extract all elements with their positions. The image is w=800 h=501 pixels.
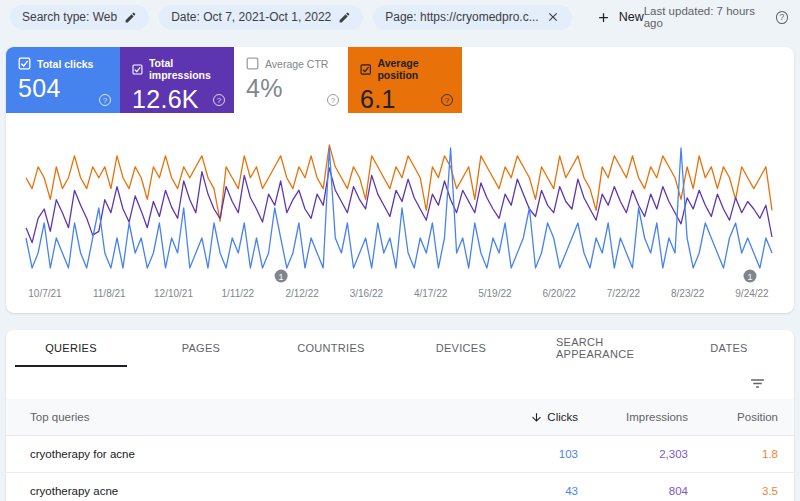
filter-chip-page[interactable]: Page: https://cryomedpro.c...	[373, 5, 571, 30]
filter-list-icon[interactable]	[749, 375, 766, 392]
performance-card: Total clicks 504 ? Total impressions 12.…	[6, 47, 794, 313]
chip-label: Search type: Web	[22, 10, 117, 24]
metric-tiles: Total clicks 504 ? Total impressions 12.…	[6, 47, 794, 113]
tile-value: 504	[18, 74, 110, 103]
tile-value: 12.6K	[132, 85, 224, 114]
new-filter-button[interactable]: New	[596, 10, 644, 25]
new-filter-label: New	[619, 10, 644, 24]
close-icon[interactable]	[546, 10, 560, 24]
x-axis-tick-label: 8/23/22	[671, 288, 705, 299]
x-axis-tick-label: 10/7/21	[28, 288, 62, 299]
table-toolbar	[6, 367, 794, 399]
table-row[interactable]: cryotherapy for acne 103 2,303 1.8	[6, 436, 794, 473]
dimension-tabs: QUERIES PAGES COUNTRIES DEVICES SEARCH A…	[6, 330, 794, 367]
filter-chip-date[interactable]: Date: Oct 7, 2021-Oct 1, 2022	[159, 5, 363, 30]
edit-icon	[124, 11, 137, 24]
performance-chart[interactable]: 1110/7/2111/8/2112/10/211/11/222/12/223/…	[6, 113, 794, 313]
chip-label: Page: https://cryomedpro.c...	[385, 10, 538, 24]
impressions-cell: 804	[578, 485, 688, 497]
query-cell[interactable]: cryotherapy for acne	[30, 448, 428, 460]
impressions-cell: 2,303	[578, 448, 688, 460]
tab-queries[interactable]: QUERIES	[6, 330, 136, 367]
chart-line-total-impressions	[26, 168, 772, 243]
position-cell: 3.5	[688, 485, 778, 497]
tile-label: Total impressions	[149, 57, 224, 81]
tab-countries[interactable]: COUNTRIES	[266, 330, 396, 367]
clicks-cell: 43	[428, 485, 578, 497]
tab-search-appearance[interactable]: SEARCH APPEARANCE	[526, 330, 664, 367]
metric-tile-total-impressions[interactable]: Total impressions 12.6K ?	[120, 47, 234, 113]
chart-annotation-label: 1	[747, 272, 752, 282]
help-icon[interactable]: ?	[327, 94, 339, 106]
search-console-performance-page: Search type: Web Date: Oct 7, 2021-Oct 1…	[0, 0, 800, 501]
clicks-cell: 103	[428, 448, 578, 460]
tile-value: 6.1	[360, 85, 452, 114]
chip-label: Date: Oct 7, 2021-Oct 1, 2022	[171, 10, 331, 24]
filter-chip-search-type[interactable]: Search type: Web	[10, 5, 149, 30]
tab-dates[interactable]: DATES	[664, 330, 794, 367]
sort-descending-icon	[530, 411, 543, 424]
tile-value: 4%	[246, 74, 338, 103]
metric-tile-average-ctr[interactable]: Average CTR 4% ?	[234, 47, 348, 113]
checkbox-unchecked-icon[interactable]	[246, 57, 259, 70]
table-header-row: Top queries Clicks Impressions Position	[6, 399, 794, 436]
x-axis-tick-label: 11/8/21	[93, 288, 126, 299]
x-axis-tick-label: 9/24/22	[735, 288, 769, 299]
help-icon[interactable]: ?	[776, 11, 788, 24]
chart-line-average-position	[26, 145, 772, 221]
x-axis-tick-label: 5/19/22	[478, 288, 512, 299]
query-cell[interactable]: cryotherapy acne	[30, 485, 428, 497]
x-axis-tick-label: 6/20/22	[543, 288, 577, 299]
column-header-position[interactable]: Position	[688, 411, 778, 423]
tab-devices[interactable]: DEVICES	[396, 330, 526, 367]
position-cell: 1.8	[688, 448, 778, 460]
edit-icon	[338, 11, 351, 24]
tab-pages[interactable]: PAGES	[136, 330, 266, 367]
help-icon[interactable]: ?	[441, 94, 453, 106]
checkbox-checked-icon[interactable]	[18, 57, 31, 70]
metric-tile-total-clicks[interactable]: Total clicks 504 ?	[6, 47, 120, 113]
x-axis-tick-label: 2/12/22	[285, 288, 319, 299]
x-axis-tick-label: 4/17/22	[414, 288, 448, 299]
checkbox-checked-icon[interactable]	[132, 63, 143, 76]
column-header-top-queries[interactable]: Top queries	[30, 411, 428, 423]
x-axis-tick-label: 7/22/22	[607, 288, 641, 299]
column-header-clicks[interactable]: Clicks	[428, 411, 578, 424]
help-icon[interactable]: ?	[99, 94, 111, 106]
dimensions-card: QUERIES PAGES COUNTRIES DEVICES SEARCH A…	[6, 330, 794, 501]
x-axis-tick-label: 3/16/22	[350, 288, 384, 299]
metric-tile-average-position[interactable]: Average position 6.1 ?	[348, 47, 462, 113]
tile-label: Average CTR	[265, 58, 328, 70]
last-updated-text: Last updated: 7 hours ago	[644, 5, 771, 29]
tile-label: Total clicks	[37, 58, 93, 70]
table-row[interactable]: cryotherapy acne 43 804 3.5	[6, 473, 794, 501]
x-axis-tick-label: 1/11/22	[221, 288, 254, 299]
tile-label: Average position	[377, 57, 452, 81]
x-axis-tick-label: 12/10/21	[154, 288, 193, 299]
chart-annotation-label: 1	[279, 272, 284, 282]
plus-icon	[596, 10, 611, 25]
filter-bar: Search type: Web Date: Oct 7, 2021-Oct 1…	[0, 0, 800, 34]
checkbox-checked-icon[interactable]	[360, 63, 371, 76]
help-icon[interactable]: ?	[213, 94, 225, 106]
last-updated: Last updated: 7 hours ago ?	[644, 5, 788, 29]
column-header-impressions[interactable]: Impressions	[578, 411, 688, 423]
